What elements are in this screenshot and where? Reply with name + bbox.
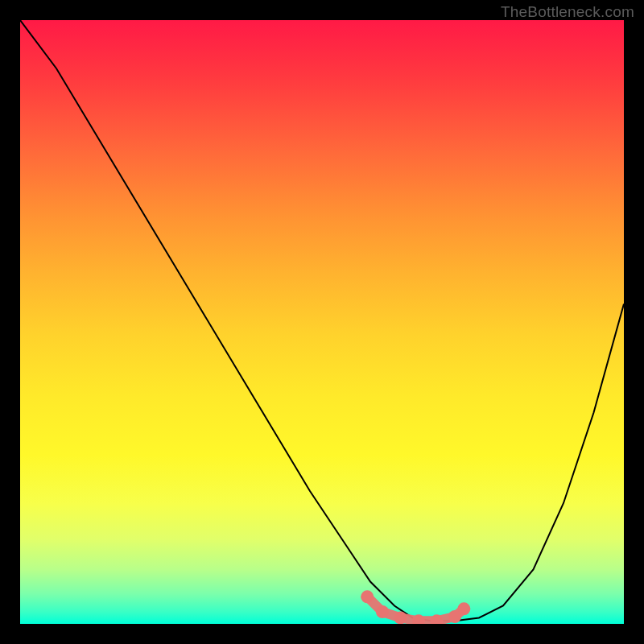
watermark-text: TheBottleneck.com xyxy=(501,3,634,21)
gradient-plot-area xyxy=(20,20,624,624)
chart-frame: TheBottleneck.com xyxy=(0,0,644,644)
